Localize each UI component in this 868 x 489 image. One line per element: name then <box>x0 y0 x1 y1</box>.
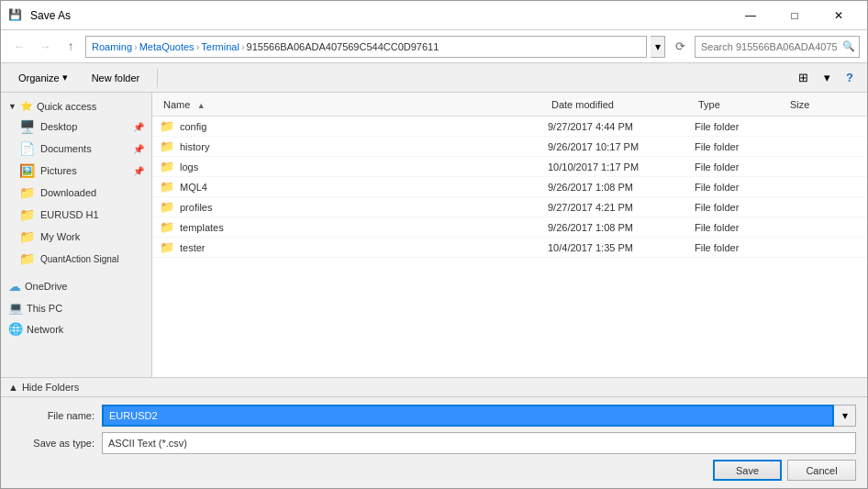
file-list: Name ▲ Date modified Type Size 📁 config <box>152 93 867 377</box>
thispc-icon: 💻 <box>8 301 23 315</box>
help-button[interactable]: ? <box>840 68 860 88</box>
forward-button[interactable]: → <box>34 36 56 58</box>
back-button[interactable]: ← <box>8 36 30 58</box>
file-name: profiles <box>180 202 212 213</box>
view-toggle-button[interactable]: ⊞ <box>792 68 814 88</box>
view-dropdown-button[interactable]: ▾ <box>816 68 838 88</box>
quick-access-header[interactable]: ▼ ⭐ Quick access <box>1 96 151 116</box>
minimize-button[interactable]: — <box>729 2 772 29</box>
col-header-name[interactable]: Name <box>160 99 194 110</box>
sidebar-item-desktop[interactable]: 🖥️ Desktop 📌 <box>1 116 151 138</box>
quick-access-label: Quick access <box>37 101 96 112</box>
folder-icon: 📁 <box>160 119 174 133</box>
file-type: File folder <box>695 161 786 172</box>
maximize-button[interactable]: □ <box>773 2 816 29</box>
refresh-button[interactable]: ⟳ <box>669 36 691 58</box>
thispc-header[interactable]: 💻 This PC <box>1 297 151 318</box>
new-folder-button[interactable]: New folder <box>82 68 150 88</box>
folder-icon: 📁 <box>160 160 174 173</box>
onedrive-icon: ☁ <box>8 279 21 294</box>
file-type: File folder <box>695 222 786 233</box>
sidebar-item-my-work[interactable]: 📁 My Work <box>1 226 151 248</box>
main-content: ▼ ⭐ Quick access 🖥️ Desktop 📌 📄 Document… <box>1 93 867 377</box>
quick-access-chevron: ▼ <box>8 102 17 111</box>
file-date: 9/27/2017 4:44 PM <box>548 121 695 132</box>
table-row[interactable]: 📁 history 9/26/2017 10:17 PM File folder <box>152 137 867 157</box>
network-label: Network <box>27 324 63 335</box>
breadcrumb-terminal[interactable]: Terminal <box>201 41 239 52</box>
table-row[interactable]: 📁 templates 9/26/2017 1:08 PM File folde… <box>152 217 867 238</box>
breadcrumb-dropdown[interactable]: ▾ <box>651 36 665 58</box>
onedrive-label: OneDrive <box>25 281 67 292</box>
col-header-type[interactable]: Type <box>695 99 724 110</box>
table-row[interactable]: 📁 config 9/27/2017 4:44 PM File folder <box>152 117 867 137</box>
breadcrumb-roaming[interactable]: Roaming <box>92 41 132 52</box>
filename-dropdown[interactable]: ▾ <box>834 405 856 427</box>
documents-icon: 📄 <box>19 141 35 156</box>
cancel-button[interactable]: Cancel <box>787 460 856 481</box>
filename-row: File name: ▾ <box>12 405 856 427</box>
file-name: templates <box>180 222 224 233</box>
sidebar-item-label: EURUSD H1 <box>40 209 99 220</box>
table-row[interactable]: 📁 tester 10/4/2017 1:35 PM File folder <box>152 238 867 258</box>
file-name: history <box>180 141 209 152</box>
downloaded-icon: 📁 <box>19 185 35 200</box>
folder-icon: 📁 <box>160 220 174 234</box>
breadcrumb-metaquotes[interactable]: MetaQuotes <box>139 41 195 52</box>
hide-folders-label: Hide Folders <box>22 382 79 393</box>
file-type: File folder <box>695 141 786 152</box>
sidebar-item-downloaded[interactable]: 📁 Downloaded <box>1 182 151 204</box>
file-name: MQL4 <box>180 182 207 193</box>
action-row: Save Cancel <box>12 460 856 481</box>
network-icon: 🌐 <box>8 322 23 336</box>
savetype-label: Save as type: <box>12 438 95 449</box>
sidebar-item-label: Pictures <box>40 165 77 176</box>
table-row[interactable]: 📁 MQL4 9/26/2017 1:08 PM File folder <box>152 177 867 197</box>
search-wrapper: 🔍 <box>695 36 860 58</box>
table-row[interactable]: 📁 logs 10/10/2017 1:17 PM File folder <box>152 157 867 177</box>
toolbar: Organize ▾ New folder ⊞ ▾ ? <box>1 63 867 93</box>
onedrive-header[interactable]: ☁ OneDrive <box>1 275 151 297</box>
title-icon: 💾 <box>8 8 23 23</box>
title-bar: 💾 Save As — □ ✕ <box>1 1 867 30</box>
col-header-date[interactable]: Date modified <box>548 99 618 110</box>
search-icon: 🔍 <box>842 40 855 52</box>
savetype-select[interactable]: ASCII Text (*.csv) <box>102 432 856 454</box>
pin-icon: 📌 <box>133 166 144 176</box>
file-name: logs <box>180 161 198 172</box>
file-type: File folder <box>695 182 786 193</box>
hide-folders-row[interactable]: ▲ Hide Folders <box>1 377 867 396</box>
save-button-wrapper: Save <box>713 460 782 481</box>
save-button[interactable]: Save <box>713 460 782 481</box>
table-row[interactable]: 📁 profiles 9/27/2017 4:21 PM File folder <box>152 197 867 217</box>
sidebar: ▼ ⭐ Quick access 🖥️ Desktop 📌 📄 Document… <box>1 93 152 377</box>
up-button[interactable]: ↑ <box>60 36 82 58</box>
sidebar-item-eurusd-h1[interactable]: 📁 EURUSD H1 <box>1 204 151 226</box>
sidebar-item-quantaction[interactable]: 📁 QuantAction Signal <box>1 248 151 270</box>
network-header[interactable]: 🌐 Network <box>1 318 151 339</box>
address-bar: ← → ↑ Roaming › MetaQuotes › Terminal › … <box>1 30 867 63</box>
pin-icon: 📌 <box>133 122 144 132</box>
breadcrumb-current: 915566BA06ADA407569C544CC0D97611 <box>247 41 440 52</box>
sidebar-item-label: QuantAction Signal <box>40 254 119 264</box>
folder-icon: 📁 <box>160 200 174 214</box>
close-button[interactable]: ✕ <box>818 2 860 29</box>
sidebar-item-label: Desktop <box>40 121 77 132</box>
file-rows-container: 📁 config 9/27/2017 4:44 PM File folder 📁… <box>152 117 867 258</box>
file-date: 10/10/2017 1:17 PM <box>548 161 695 172</box>
filename-input[interactable] <box>102 405 834 427</box>
quantaction-icon: 📁 <box>19 251 35 266</box>
folder-icon: 📁 <box>160 180 174 194</box>
breadcrumb: Roaming › MetaQuotes › Terminal › 915566… <box>85 36 647 58</box>
my-work-icon: 📁 <box>19 229 35 244</box>
search-input[interactable] <box>695 36 860 58</box>
file-name: config <box>180 121 206 132</box>
file-list-header: Name ▲ Date modified Type Size <box>152 93 867 117</box>
bottom-panel: File name: ▾ Save as type: ASCII Text (*… <box>1 396 867 488</box>
organize-button[interactable]: Organize ▾ <box>8 68 78 88</box>
col-header-size[interactable]: Size <box>786 99 813 110</box>
sidebar-item-documents[interactable]: 📄 Documents 📌 <box>1 138 151 160</box>
sidebar-item-pictures[interactable]: 🖼️ Pictures 📌 <box>1 160 151 182</box>
sidebar-item-label: Downloaded <box>40 187 96 198</box>
sidebar-item-label: My Work <box>40 231 80 242</box>
